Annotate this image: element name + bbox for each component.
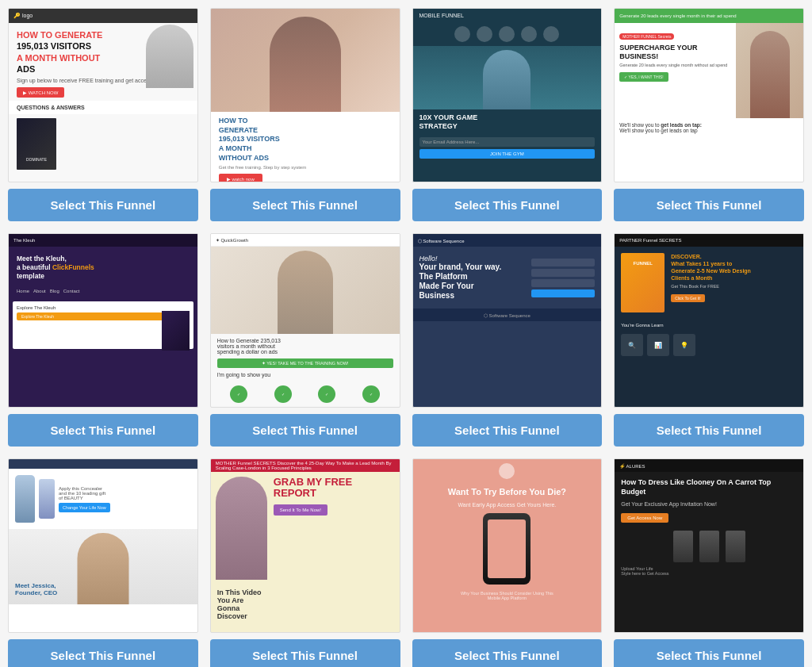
preview-headline-2: HOW TOGENERATE195,013 VISITORSA MONTHWIT… xyxy=(219,117,392,163)
woman-thumbnail-6 xyxy=(278,251,333,334)
select-funnel-button-12[interactable]: Select This Funnel xyxy=(614,639,804,667)
funnel-card-5: The Kleuh Meet the Kleuh,a beautiful Cli… xyxy=(8,233,198,447)
funnel-card-6: ✦ QuickGrowth How to Generate 235,013vis… xyxy=(210,233,400,447)
funnel-card-3: MOBILE FUNNEL 10X YOUR GAMESTRATEGY Your… xyxy=(412,8,603,221)
product-bottle-1 xyxy=(15,475,35,523)
select-funnel-button-7[interactable]: Select This Funnel xyxy=(412,414,603,447)
funnel-preview-9: Apply this Concealerand the 10 leading g… xyxy=(8,458,198,633)
funnel-preview-5: The Kleuh Meet the Kleuh,a beautiful Cli… xyxy=(8,233,198,408)
book-thumbnail xyxy=(17,118,56,170)
select-funnel-button-5[interactable]: Select This Funnel xyxy=(8,414,198,447)
select-funnel-button-6[interactable]: Select This Funnel xyxy=(210,414,400,447)
funnel-card-9: Apply this Concealerand the 10 leading g… xyxy=(8,458,198,667)
select-funnel-button-11[interactable]: Select This Funnel xyxy=(412,639,603,667)
funnel-preview-6: ✦ QuickGrowth How to Generate 235,013vis… xyxy=(210,233,400,408)
funnel-card-12: ⚡ ALURES How To Dress Like Clooney On A … xyxy=(614,458,804,667)
funnel-card-8: PARTNER Funnel SECRETS DISCOVER.What Tak… xyxy=(614,233,804,447)
funnel-grid: 🔑 logo HOW TO GENERATE195,013 VISITORSA … xyxy=(8,8,804,667)
funnel-card-11: Want To Try Before You Die? Want Early A… xyxy=(412,458,603,667)
funnel-preview-2: HOW TOGENERATE195,013 VISITORSA MONTHWIT… xyxy=(210,8,400,182)
watch-now-btn: ▶ watch now xyxy=(219,174,262,182)
suit-icon-2 xyxy=(699,531,719,562)
funnel-preview-8: PARTNER Funnel SECRETS DISCOVER.What Tak… xyxy=(614,233,804,408)
woman-thumbnail-9 xyxy=(77,533,128,604)
funnel-preview-4: Generate 20 leads every single month in … xyxy=(614,8,804,182)
woman-thumbnail-10 xyxy=(216,477,267,580)
select-funnel-button-9[interactable]: Select This Funnel xyxy=(8,639,198,667)
icon-circle-3 xyxy=(499,26,515,42)
suit-icon-3 xyxy=(726,531,745,562)
logo-11 xyxy=(499,463,515,479)
funnel-preview-1: 🔑 logo HOW TO GENERATE195,013 VISITORSA … xyxy=(8,8,198,182)
book-thumbnail-5 xyxy=(162,311,190,351)
funnel-card-4: Generate 20 leads every single month in … xyxy=(614,8,804,221)
select-funnel-button-10[interactable]: Select This Funnel xyxy=(210,639,400,667)
select-funnel-button-1[interactable]: Select This Funnel xyxy=(8,189,198,221)
icon-circle-1 xyxy=(454,26,470,42)
funnel-card-1: 🔑 logo HOW TO GENERATE195,013 VISITORSA … xyxy=(8,8,198,221)
funnel-preview-11: Want To Try Before You Die? Want Early A… xyxy=(412,458,603,633)
funnel-card-2: HOW TOGENERATE195,013 VISITORSA MONTHWIT… xyxy=(210,8,400,221)
icon-circle-5 xyxy=(543,26,559,42)
funnel-preview-3: MOBILE FUNNEL 10X YOUR GAMESTRATEGY Your… xyxy=(412,8,603,182)
woman-silhouette-2 xyxy=(270,17,341,112)
select-funnel-button-8[interactable]: Select This Funnel xyxy=(614,414,804,447)
woman-thumbnail-3 xyxy=(483,50,530,109)
funnel-card-7: ⬡ Software Sequence Hello! Your brand, Y… xyxy=(412,233,603,447)
book-thumbnail-8 xyxy=(621,253,665,312)
select-funnel-button-3[interactable]: Select This Funnel xyxy=(412,189,603,221)
woman-thumbnail xyxy=(146,25,193,88)
funnel-preview-7: ⬡ Software Sequence Hello! Your brand, Y… xyxy=(412,233,603,408)
funnel-preview-12: ⚡ ALURES How To Dress Like Clooney On A … xyxy=(614,458,804,633)
woman-thumbnail-4 xyxy=(750,31,790,118)
select-funnel-button-4[interactable]: Select This Funnel xyxy=(614,189,804,221)
icon-circle-2 xyxy=(477,26,492,42)
product-bottle-2 xyxy=(39,479,55,519)
icon-circle-4 xyxy=(521,26,537,42)
suit-icon-1 xyxy=(673,531,693,562)
funnel-card-10: MOTHER Funnel SECRETS Discover the 4 25-… xyxy=(210,458,400,667)
funnel-preview-10: MOTHER Funnel SECRETS Discover the 4 25-… xyxy=(210,458,400,633)
select-funnel-button-2[interactable]: Select This Funnel xyxy=(210,189,400,221)
phone-thumbnail xyxy=(483,513,530,585)
